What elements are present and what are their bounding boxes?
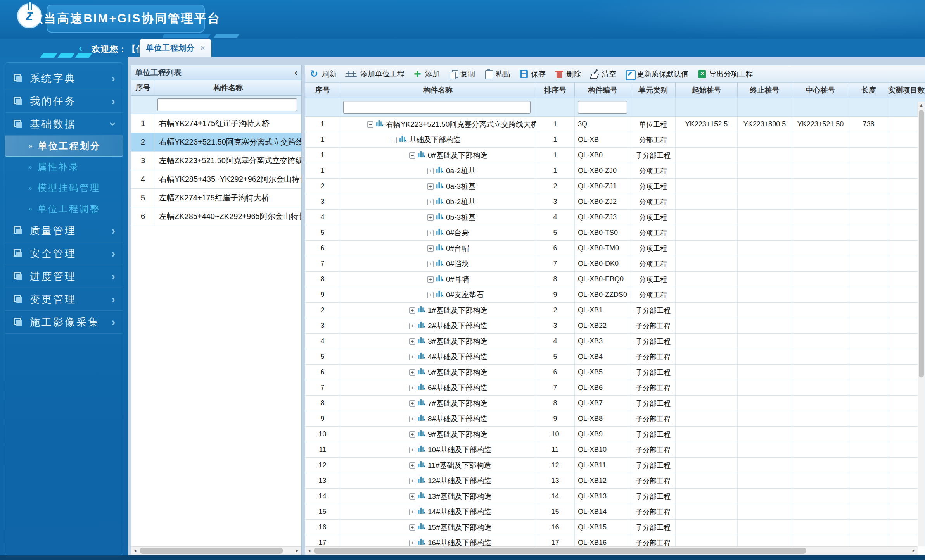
tree-table-row[interactable]: 2+0a-3桩基2QL-XB0-ZJ1分项工程 [305, 179, 925, 194]
trash-button[interactable]: 删除 [554, 69, 581, 79]
tree-table-row[interactable]: 13+12#基础及下部构造13QL-XB12子分部工程 [305, 473, 925, 489]
expand-node-icon[interactable]: + [409, 416, 415, 422]
component-name: 基础及下部构造 [409, 135, 461, 145]
tree-table-row[interactable]: 4+3#基础及下部构造4QL-XB3子分部工程 [305, 334, 925, 349]
tree-table-row[interactable]: 7+0#挡块7QL-XB0-DK0分项工程 [305, 256, 925, 272]
tree-table-row[interactable]: 1−右幅YK223+521.50阿克塞分离式立交跨线大桥13Q单位工程YK223… [305, 117, 925, 132]
unit-project-row[interactable]: 6左幅ZK285+440~ZK292+965阿尔金山特长隧道 [131, 207, 301, 226]
app-header: z 敦当高速BIM+GIS协同管理平台 [0, 0, 925, 39]
sidebar-item-10[interactable]: 变更管理› [5, 288, 123, 311]
component-code-filter-input[interactable] [578, 101, 627, 114]
folder-icon [14, 226, 24, 235]
expand-node-icon[interactable]: + [409, 338, 415, 345]
expand-node-icon[interactable]: + [409, 385, 415, 391]
export-button[interactable]: 导出分项工程 [697, 69, 753, 79]
paste-button[interactable]: 粘贴 [484, 69, 510, 79]
unit-project-row[interactable]: 3左幅ZK223+521.50阿克塞分离式立交跨线大桥 [131, 152, 301, 170]
sidebar-item-2[interactable]: 基础数据› [5, 113, 123, 136]
main-horizontal-scrollbar[interactable]: ◂ ▸ [305, 546, 918, 555]
expand-node-icon[interactable]: + [409, 323, 415, 329]
sidebar-subitem-5[interactable]: »模型挂码管理 [5, 177, 123, 198]
component-name: 6#基础及下部构造 [428, 383, 488, 393]
tree-table-row[interactable]: 5+4#基础及下部构造5QL-XB4子分部工程 [305, 349, 925, 365]
tree-table-row[interactable]: 1−0#基础及下部构造1QL-XB0子分部工程 [305, 148, 925, 163]
sidebar-item-0[interactable]: 系统字典› [5, 67, 123, 90]
expand-node-icon[interactable]: + [409, 447, 415, 453]
collapse-node-icon[interactable]: − [367, 121, 373, 128]
tree-table-row[interactable]: 6+5#基础及下部构造6QL-XB5子分部工程 [305, 365, 925, 380]
tree-table-row[interactable]: 3+0b-2桩基3QL-XB0-ZJ2分项工程 [305, 194, 925, 210]
tree-table-row[interactable]: 5+0#台身5QL-XB0-TS0分项工程 [305, 225, 925, 241]
expand-node-icon[interactable]: + [427, 183, 434, 190]
expand-node-icon[interactable]: + [427, 292, 434, 298]
sidebar-subitem-3[interactable]: »单位工程划分 [5, 136, 123, 157]
refresh-button[interactable]: 刷新 [310, 69, 337, 79]
save-button[interactable]: 保存 [519, 69, 546, 79]
left-horizontal-scrollbar[interactable]: ◂ ▸ [131, 546, 301, 555]
expand-node-icon[interactable]: + [409, 354, 415, 360]
expand-node-icon[interactable]: + [409, 400, 415, 407]
expand-node-icon[interactable]: + [427, 199, 434, 205]
sidebar-item-1[interactable]: 我的任务› [5, 90, 123, 113]
update-button[interactable]: 更新质保默认值 [625, 69, 688, 79]
sidebar-item-8[interactable]: 安全管理› [5, 242, 123, 265]
sidebar-subitem-4[interactable]: »属性补录 [5, 157, 123, 177]
tab-unit-project-division[interactable]: 单位工程划分 × [140, 39, 211, 57]
tree-table-row[interactable]: 12+11#基础及下部构造12QL-XB11子分部工程 [305, 458, 925, 473]
expand-node-icon[interactable]: + [409, 462, 415, 469]
component-name-filter-input[interactable] [343, 101, 531, 114]
tree-table-row[interactable]: 1+0a-2桩基1QL-XB0-ZJ0分项工程 [305, 163, 925, 179]
main-table-header: 序号构件名称排序号构件编号单元类别起始桩号终止桩号中心桩号长度实测项目数 [305, 83, 925, 98]
expand-node-icon[interactable]: + [409, 524, 415, 531]
tree-table-row[interactable]: 4+0b-3桩基4QL-XB0-ZJ3分项工程 [305, 210, 925, 225]
tab-close-icon[interactable]: × [200, 43, 205, 53]
left-name-filter-input[interactable] [157, 98, 297, 111]
tree-table-row[interactable]: 15+14#基础及下部构造15QL-XB14子分部工程 [305, 504, 925, 520]
unit-project-row[interactable]: 1右幅YK274+175红崖子沟特大桥 [131, 114, 301, 133]
tree-table-row[interactable]: 17+16#基础及下部构造17QL-XB16子分部工程 [305, 535, 925, 548]
tree-table-row[interactable]: 8+7#基础及下部构造8QL-XB7子分部工程 [305, 396, 925, 411]
addunit-button[interactable]: 添加单位工程 [345, 69, 405, 79]
copy-button[interactable]: 复制 [448, 69, 475, 79]
tree-table-row[interactable]: 9+0#支座垫石9QL-XB0-ZZDS0分项工程 [305, 287, 925, 303]
tree-table-row[interactable]: 10+9#基础及下部构造10QL-XB9子分部工程 [305, 427, 925, 442]
sidebar-item-11[interactable]: 施工影像采集› [5, 311, 123, 334]
tree-table-row[interactable]: 8+0#耳墙8QL-XB0-EBQ0分项工程 [305, 272, 925, 287]
expand-node-icon[interactable]: + [409, 540, 415, 546]
vertical-scrollbar[interactable]: ▲ [918, 102, 925, 546]
tree-table-row[interactable]: 2+1#基础及下部构造2QL-XB1子分部工程 [305, 303, 925, 318]
expand-node-icon[interactable]: + [409, 369, 415, 376]
expand-node-icon[interactable]: + [409, 493, 415, 500]
expand-node-icon[interactable]: + [409, 509, 415, 515]
unit-project-row[interactable]: 5左幅ZK274+175红崖子沟特大桥 [131, 189, 301, 207]
tree-table-row[interactable]: 6+0#台帽6QL-XB0-TM0分项工程 [305, 241, 925, 256]
addunit-icon [345, 69, 358, 79]
collapse-node-icon[interactable]: − [409, 152, 415, 159]
panel-collapse-icon[interactable]: ‹ [295, 70, 297, 76]
collapse-node-icon[interactable]: − [391, 137, 397, 143]
expand-node-icon[interactable]: + [409, 307, 415, 314]
expand-node-icon[interactable]: + [427, 261, 434, 267]
sidebar-decoration [42, 52, 94, 58]
tree-table-row[interactable]: 14+13#基础及下部构造14QL-XB13子分部工程 [305, 489, 925, 504]
tree-table-row[interactable]: 7+6#基础及下部构造7QL-XB6子分部工程 [305, 380, 925, 396]
expand-node-icon[interactable]: + [427, 214, 434, 221]
plus-button[interactable]: 添加 [413, 69, 440, 79]
expand-node-icon[interactable]: + [409, 478, 415, 484]
clear-button[interactable]: 清空 [590, 69, 616, 79]
sidebar-item-9[interactable]: 进度管理› [5, 265, 123, 288]
expand-node-icon[interactable]: + [427, 168, 434, 174]
expand-node-icon[interactable]: + [409, 431, 415, 438]
sidebar-subitem-6[interactable]: »单位工程调整 [5, 198, 123, 219]
expand-node-icon[interactable]: + [427, 276, 434, 283]
unit-project-row[interactable]: 4右幅YK285+435~YK292+962阿尔金山特长隧道 [131, 170, 301, 189]
tree-table-row[interactable]: 11+10#基础及下部构造11QL-XB10子分部工程 [305, 442, 925, 458]
sidebar-item-7[interactable]: 质量管理› [5, 219, 123, 242]
expand-node-icon[interactable]: + [427, 245, 434, 252]
tree-table-row[interactable]: 9+8#基础及下部构造9QL-XB8子分部工程 [305, 411, 925, 427]
tree-table-row[interactable]: 16+15#基础及下部构造16QL-XB15子分部工程 [305, 520, 925, 535]
unit-project-row[interactable]: 2右幅YK223+521.50阿克塞分离式立交跨线大桥 [131, 133, 301, 152]
tree-table-row[interactable]: 3+2#基础及下部构造3QL-XB22子分部工程 [305, 318, 925, 334]
tree-table-row[interactable]: 1−基础及下部构造1QL-XB分部工程 [305, 132, 925, 148]
expand-node-icon[interactable]: + [427, 230, 434, 236]
